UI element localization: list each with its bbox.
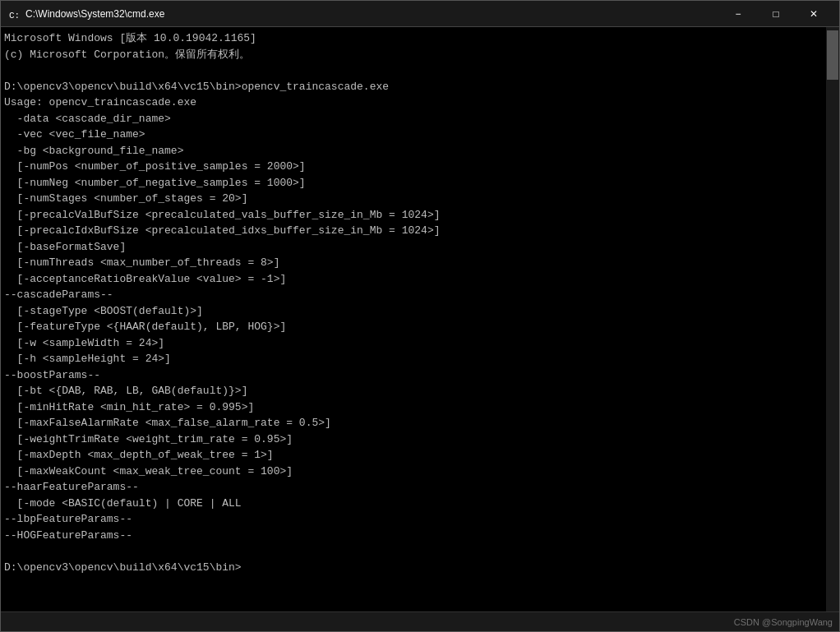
window-controls: − □ ✕ [719, 1, 833, 27]
terminal-output[interactable]: Microsoft Windows [版本 10.0.19042.1165] (… [1, 27, 826, 611]
scrollbar-thumb[interactable] [827, 30, 838, 80]
content-area: Microsoft Windows [版本 10.0.19042.1165] (… [1, 27, 839, 611]
watermark-text: CSDN @SongpingWang [734, 617, 833, 627]
title-bar: C: C:\Windows\System32\cmd.exe − □ ✕ [1, 1, 839, 27]
minimize-button[interactable]: − [719, 1, 757, 27]
status-bar: CSDN @SongpingWang [1, 611, 839, 631]
maximize-button[interactable]: □ [757, 1, 795, 27]
cmd-icon: C: [7, 7, 21, 21]
window-title: C:\Windows\System32\cmd.exe [25, 8, 719, 20]
svg-text:C:: C: [9, 11, 20, 21]
scrollbar-track[interactable] [826, 27, 839, 611]
cmd-window: C: C:\Windows\System32\cmd.exe − □ ✕ Mic… [0, 0, 840, 632]
close-button[interactable]: ✕ [795, 1, 833, 27]
